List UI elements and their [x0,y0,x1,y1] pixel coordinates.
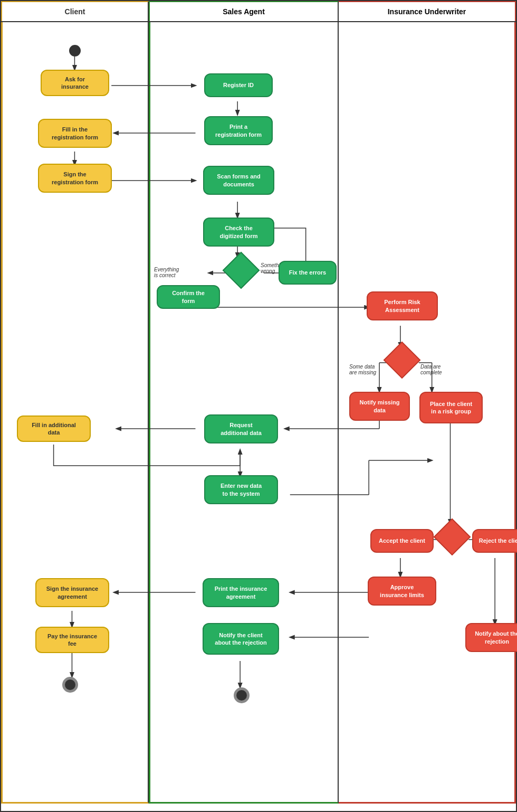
missing-label: Some dataare missing [349,364,376,375]
perform-risk-box: Perform Risk Assessment [367,291,438,320]
reject-client-label: Reject the client [479,537,517,544]
approve-limits-label: Approve insurance limits [380,583,424,599]
print-agreement-box: Print the insurance agreement [203,578,279,607]
print-form-label: Print a registration form [215,123,262,138]
fix-errors-box: Fix the errors [279,261,337,285]
pay-fee-label: Pay the insurance fee [47,632,97,648]
sign-agreement-box: Sign the insurance agreement [35,578,109,607]
check-diamond [228,257,254,284]
fill-additional-box: Fill in additional data [17,416,91,442]
reject-client-box: Reject the client [472,529,517,553]
check-form-label: Check the digitized form [219,224,257,240]
confirm-form-label: Confirm the form [172,289,205,305]
fill-registration-box: Fill in the registration form [38,119,112,148]
underwriter-header: Insurance Underwriter [339,1,516,21]
diagram-container: Client Sales Agent Insurance Underwriter [0,0,517,812]
accept-client-box: Accept the client [370,529,434,553]
start-circle [69,45,81,56]
print-form-box: Print a registration form [204,116,273,145]
accept-diamond [439,524,465,550]
notify-rejection-uw-label: Notify about the rejection [475,630,517,645]
ask-insurance-box: Ask for insurance [41,70,109,96]
end-client-circle [62,677,78,693]
sales-header: Sales Agent [149,1,339,21]
fill-additional-label: Fill in additional data [32,421,76,437]
data-diamond [389,347,415,373]
print-agreement-label: Print the insurance agreement [215,585,267,600]
confirm-form-box: Confirm the form [157,285,220,309]
notify-rejection-uw-box: Notify about the rejection [465,623,517,652]
scan-forms-box: Scan forms and documents [203,166,274,195]
notify-rejection-sales-box: Notify the client about the rejection [203,623,279,655]
perform-risk-label: Perform Risk Assessment [384,298,420,314]
enter-new-data-label: Enter new data to the system [221,482,262,497]
register-id-box: Register ID [204,73,273,97]
notify-missing-label: Notify missing data [360,399,400,414]
sign-registration-label: Sign the registration form [52,171,98,186]
correct-label: Everythingis correct [154,267,179,278]
approve-limits-box: Approve insurance limits [368,577,436,606]
place-risk-box: Place the client in a risk group [419,392,483,423]
sign-agreement-label: Sign the insurance agreement [46,585,98,600]
end-sales-circle [234,687,250,703]
fill-registration-label: Fill in the registration form [52,126,98,141]
notify-rejection-sales-label: Notify the client about the rejection [215,631,266,647]
swimlane-body: Ask for insurance Fill in the registrati… [1,22,516,804]
enter-new-data-box: Enter new data to the system [204,475,278,504]
notify-missing-box: Notify missing data [349,392,410,421]
pay-fee-box: Pay the insurance fee [35,627,109,653]
client-header: Client [1,1,149,21]
swimlane-headers: Client Sales Agent Insurance Underwriter [1,1,516,22]
complete-label: Data arecomplete [420,364,442,375]
request-additional-box: Request additional data [204,414,278,443]
request-additional-label: Request additional data [221,421,262,437]
fix-errors-label: Fix the errors [289,269,326,276]
ask-insurance-label: Ask for insurance [61,75,89,91]
register-id-label: Register ID [223,81,254,89]
sign-registration-box: Sign the registration form [38,164,112,193]
place-risk-label: Place the client in a risk group [430,400,472,416]
accept-client-label: Accept the client [379,537,425,544]
check-form-box: Check the digitized form [203,218,274,247]
scan-forms-label: Scan forms and documents [217,173,261,188]
